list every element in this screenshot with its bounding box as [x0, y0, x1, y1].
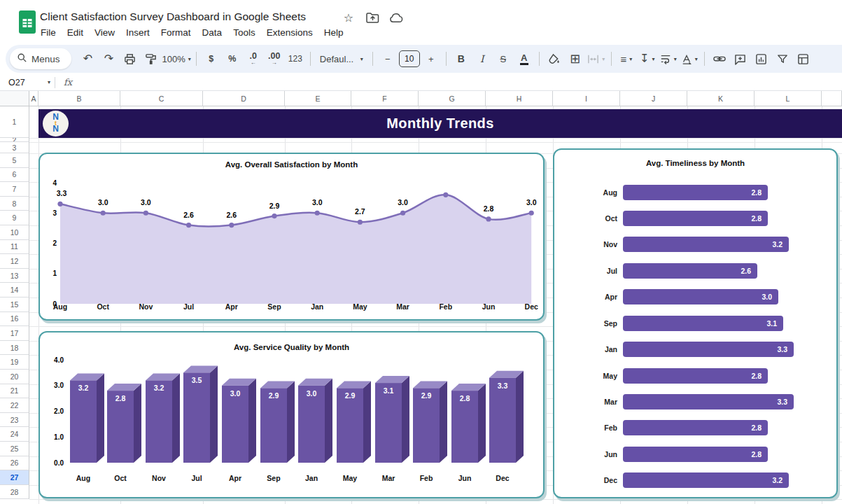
row-header-12[interactable]: 12: [0, 254, 29, 269]
row-header-19[interactable]: 19: [0, 355, 29, 370]
functions-button[interactable]: [794, 49, 813, 69]
row-header-20[interactable]: 20: [0, 370, 29, 384]
chart-timeliness[interactable]: Avg. Timeliness by Month Aug2.8Oct2.8Nov…: [553, 148, 838, 498]
x-axis-label: Mar: [396, 302, 409, 311]
decrease-decimal-button[interactable]: .0←: [244, 49, 263, 69]
text-color-button[interactable]: A: [514, 49, 534, 69]
menu-extensions[interactable]: Extensions: [261, 25, 318, 40]
menu-view[interactable]: View: [89, 25, 120, 40]
format-percent-button[interactable]: %: [223, 49, 242, 69]
vertical-align-button[interactable]: ↧ ▾: [638, 49, 657, 69]
star-icon[interactable]: ☆: [342, 10, 356, 24]
select-all-corner[interactable]: [0, 91, 29, 106]
paint-format-button[interactable]: [141, 49, 161, 69]
menu-edit[interactable]: Edit: [62, 25, 89, 40]
redo-button[interactable]: ↷: [99, 49, 119, 69]
row-header-3[interactable]: 3: [0, 142, 29, 153]
column-header-D[interactable]: D: [203, 91, 285, 106]
increase-font-size-button[interactable]: +: [421, 49, 441, 69]
row-header-14[interactable]: 14: [0, 283, 29, 298]
merge-cells-icon: [587, 53, 599, 65]
chart-service-quality[interactable]: Avg. Service Quality by Month 4.03.02.01…: [38, 331, 545, 498]
column-header-partial[interactable]: [822, 91, 842, 106]
row-header-21[interactable]: 21: [0, 384, 29, 399]
insert-comment-button[interactable]: [731, 49, 750, 69]
name-box[interactable]: O27 ▾: [0, 78, 55, 88]
row-header-8[interactable]: 8: [0, 197, 29, 211]
zoom-select[interactable]: 100% ▾: [162, 49, 191, 69]
bar: 3.1: [623, 316, 783, 331]
row-header-7[interactable]: 7: [0, 182, 29, 197]
print-button[interactable]: [120, 49, 140, 69]
borders-button[interactable]: ⊞: [566, 49, 585, 69]
row-header-23[interactable]: 23: [0, 413, 29, 428]
menu-insert[interactable]: Insert: [120, 25, 155, 40]
italic-button[interactable]: I: [472, 49, 492, 69]
row-header-5[interactable]: 5: [0, 153, 29, 168]
column-header-B[interactable]: B: [38, 91, 120, 106]
row-header-6[interactable]: 6: [0, 168, 29, 183]
row-header-17[interactable]: 17: [0, 326, 29, 341]
bar: 2.8: [623, 211, 768, 226]
text-rotation-button[interactable]: ▾: [680, 49, 699, 69]
column-header-H[interactable]: H: [486, 91, 553, 106]
horizontal-align-button[interactable]: ≡ ▾: [617, 49, 636, 69]
row-header-22[interactable]: 22: [0, 398, 29, 413]
google-sheets-logo-icon[interactable]: [19, 10, 36, 34]
move-to-folder-icon[interactable]: [365, 10, 379, 24]
menu-data[interactable]: Data: [197, 25, 228, 40]
row-header-10[interactable]: 10: [0, 225, 29, 240]
column-header-L[interactable]: L: [755, 91, 822, 106]
bold-button[interactable]: B: [451, 49, 471, 69]
y-axis-label: Apr: [575, 293, 617, 301]
column-header-G[interactable]: G: [419, 91, 486, 106]
merge-cells-button[interactable]: ▾: [587, 49, 606, 69]
row-header-1[interactable]: 1: [0, 106, 29, 138]
text-wrap-button[interactable]: ▾: [659, 49, 678, 69]
row-header-28[interactable]: 28: [0, 485, 29, 500]
chart-overall-satisfaction[interactable]: Avg. Overall Satisfaction by Month 43210…: [38, 153, 545, 321]
x-axis-label: Aug: [76, 474, 90, 482]
fill-color-button[interactable]: [545, 49, 564, 69]
increase-decimal-button[interactable]: .00→: [265, 49, 284, 69]
row-header-13[interactable]: 13: [0, 269, 29, 284]
row-header-18[interactable]: 18: [0, 341, 29, 356]
insert-chart-button[interactable]: [752, 49, 771, 69]
y-axis-label: Sep: [575, 319, 617, 328]
create-filter-button[interactable]: [773, 49, 792, 69]
column-header-J[interactable]: J: [620, 91, 687, 106]
y-axis-tick: 4.0: [54, 356, 64, 364]
menu-format[interactable]: Format: [155, 25, 197, 40]
menu-help[interactable]: Help: [318, 25, 349, 40]
column-header-E[interactable]: E: [285, 91, 351, 106]
link-icon: [713, 54, 726, 64]
more-formats-button[interactable]: 123: [286, 49, 305, 69]
column-header-A[interactable]: A: [29, 91, 38, 106]
menus-search[interactable]: Menus: [10, 48, 71, 69]
column-header-K[interactable]: K: [687, 91, 755, 106]
strikethrough-button[interactable]: S: [493, 49, 513, 69]
font-select[interactable]: Defaul... ▾: [316, 49, 367, 69]
row-header-26[interactable]: 26: [0, 456, 29, 471]
column-header-C[interactable]: C: [120, 91, 203, 106]
row-header-15[interactable]: 15: [0, 298, 29, 312]
column-header-F[interactable]: F: [351, 91, 419, 106]
menu-file[interactable]: File: [35, 25, 62, 40]
text-wrap-icon: [660, 53, 671, 64]
row-header-25[interactable]: 25: [0, 442, 29, 456]
document-title[interactable]: Client Satisfaction Survey Dashboard in …: [40, 10, 306, 23]
y-axis-label: Jul: [575, 267, 617, 275]
menu-tools[interactable]: Tools: [227, 25, 261, 40]
column-header-I[interactable]: I: [553, 91, 620, 106]
decrease-font-size-button[interactable]: −: [378, 49, 398, 69]
row-header-9[interactable]: 9: [0, 211, 29, 225]
row-header-16[interactable]: 16: [0, 312, 29, 327]
row-header-24[interactable]: 24: [0, 427, 29, 442]
row-header-11[interactable]: 11: [0, 240, 29, 255]
insert-link-button[interactable]: [710, 49, 729, 69]
font-size-input[interactable]: 10: [399, 50, 420, 67]
row-header-27[interactable]: 27: [0, 470, 29, 485]
format-currency-button[interactable]: $: [202, 49, 221, 69]
bar-3d: 3.2Nov: [146, 373, 180, 482]
undo-button[interactable]: ↶: [78, 49, 98, 69]
